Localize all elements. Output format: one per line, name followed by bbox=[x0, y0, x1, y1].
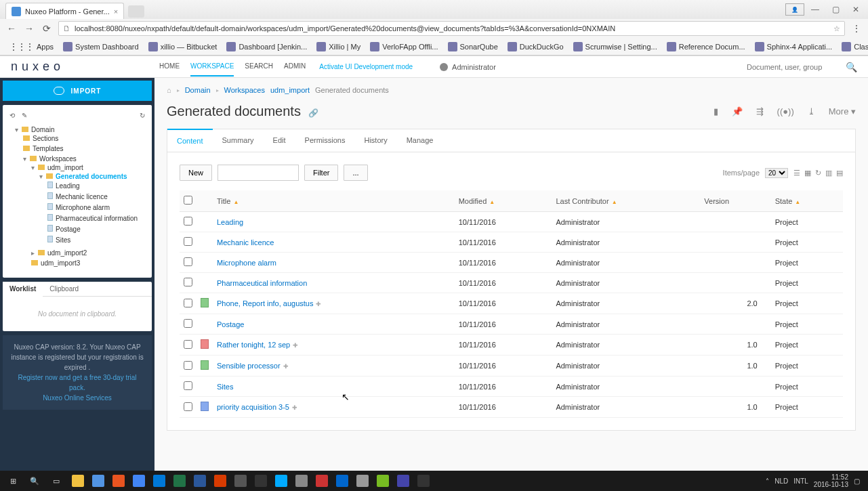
row-checkbox[interactable] bbox=[184, 217, 192, 226]
tab-summary[interactable]: Summary bbox=[213, 129, 264, 152]
row-checkbox[interactable] bbox=[184, 402, 192, 411]
task-view-icon[interactable]: ▭ bbox=[46, 471, 66, 490]
add-version-icon[interactable]: ✚ bbox=[292, 404, 297, 411]
doc-title-link[interactable]: Sensible processor bbox=[217, 362, 281, 370]
tray-time[interactable]: 11:52 bbox=[814, 473, 848, 481]
toggle-icon[interactable]: ▸ bbox=[31, 249, 38, 257]
menu-icon[interactable]: ⋮ bbox=[850, 22, 863, 35]
nav-admin[interactable]: ADMIN bbox=[284, 57, 306, 77]
items-per-page-select[interactable]: 20 bbox=[765, 168, 788, 178]
dev-mode-link[interactable]: Activate UI Development mode bbox=[319, 58, 413, 76]
doc-title-link[interactable]: Leading bbox=[217, 218, 243, 226]
tab-history[interactable]: History bbox=[354, 129, 396, 152]
share-icon[interactable]: ⇶ bbox=[756, 106, 764, 116]
nav-workspace[interactable]: WORKSPACE bbox=[190, 57, 234, 77]
bookmark-item[interactable]: System Dashboard bbox=[59, 41, 143, 53]
toggle-icon[interactable]: ▾ bbox=[15, 126, 22, 133]
tree-sections[interactable]: Sections bbox=[33, 135, 58, 142]
doc-title-link[interactable]: Mechanic licence bbox=[217, 238, 274, 247]
toggle-icon[interactable]: ▾ bbox=[23, 155, 30, 163]
breadcrumb-domain[interactable]: Domain bbox=[185, 86, 211, 94]
add-version-icon[interactable]: ✚ bbox=[283, 363, 289, 370]
row-checkbox[interactable] bbox=[184, 361, 192, 370]
toggle-icon[interactable]: ▾ bbox=[31, 164, 38, 171]
new-button[interactable]: New bbox=[180, 165, 212, 181]
browser-tab[interactable]: Nuxeo Platform - Gener... × bbox=[5, 3, 124, 19]
export-icon[interactable]: ⤓ bbox=[808, 106, 815, 116]
list-view-icon[interactable]: ☰ bbox=[793, 169, 800, 177]
taskbar-app-icon[interactable] bbox=[413, 471, 434, 490]
taskbar-app-icon[interactable] bbox=[210, 471, 230, 490]
close-tab-icon[interactable]: × bbox=[114, 7, 118, 16]
more-actions-button[interactable]: ... bbox=[344, 165, 367, 181]
bookmark-item[interactable]: Dashboard [Jenkin... bbox=[222, 41, 311, 53]
taskbar-app-icon[interactable] bbox=[129, 471, 149, 490]
tree-workspaces[interactable]: Workspaces bbox=[39, 155, 77, 163]
nav-home[interactable]: HOME bbox=[159, 57, 180, 77]
doc-title-link[interactable]: Postage bbox=[217, 320, 244, 328]
nav-search[interactable]: SEARCH bbox=[245, 57, 273, 77]
new-tab-button[interactable] bbox=[128, 5, 144, 18]
taskbar-app-icon[interactable] bbox=[190, 471, 210, 490]
row-checkbox[interactable] bbox=[184, 340, 192, 349]
taskbar-app-icon[interactable] bbox=[251, 471, 271, 490]
lock-icon[interactable]: ▮ bbox=[714, 106, 718, 116]
taskbar-app-icon[interactable] bbox=[393, 471, 413, 490]
doc-title-link[interactable]: Sites bbox=[217, 383, 233, 391]
bookmark-item[interactable]: DuckDuckGo bbox=[503, 41, 568, 53]
permalink-icon[interactable]: 🔗 bbox=[308, 108, 318, 118]
taskbar-app-icon[interactable] bbox=[312, 471, 332, 490]
tree-udm-import[interactable]: udm_import bbox=[47, 164, 83, 171]
forward-button[interactable]: → bbox=[23, 22, 35, 35]
start-button[interactable]: ⊞ bbox=[3, 471, 23, 490]
col-version[interactable]: Version bbox=[700, 190, 770, 212]
tree-udm-import2[interactable]: udm_import2 bbox=[47, 249, 87, 257]
registration-link-2[interactable]: Nuxeo Online Services bbox=[9, 393, 145, 403]
row-checkbox[interactable] bbox=[184, 299, 192, 307]
search-taskbar-icon[interactable]: 🔍 bbox=[24, 471, 45, 490]
tree-tool-1-icon[interactable]: ⟲ bbox=[9, 112, 15, 119]
taskbar-app-icon[interactable] bbox=[169, 471, 190, 490]
taskbar-app-icon[interactable] bbox=[271, 471, 291, 490]
taskbar-app-icon[interactable] bbox=[68, 471, 88, 490]
bookmark-star-icon[interactable]: ☆ bbox=[833, 24, 840, 33]
tree-udm-import3[interactable]: udm_import3 bbox=[41, 259, 80, 267]
tab-permissions[interactable]: Permissions bbox=[295, 129, 355, 152]
bookmark-item[interactable]: xillio — Bitbucket bbox=[144, 41, 222, 53]
maximize-button[interactable]: ▢ bbox=[826, 3, 845, 16]
row-checkbox[interactable] bbox=[184, 278, 192, 286]
taskbar-app-icon[interactable] bbox=[230, 471, 251, 490]
tree-templates[interactable]: Templates bbox=[33, 145, 64, 152]
taskbar-app-icon[interactable] bbox=[88, 471, 108, 490]
tree-child[interactable]: Sites bbox=[56, 236, 70, 244]
col-modified[interactable]: Modified▲ bbox=[455, 190, 552, 212]
tree-child[interactable]: Leading bbox=[56, 182, 80, 190]
row-checkbox[interactable] bbox=[184, 319, 192, 328]
tray-lang[interactable]: NLD bbox=[774, 477, 788, 485]
taskbar-app-icon[interactable] bbox=[149, 471, 169, 490]
row-checkbox[interactable] bbox=[184, 257, 192, 266]
row-checkbox[interactable] bbox=[184, 237, 192, 246]
bookmark-item[interactable]: Classic Programmer bbox=[838, 41, 868, 53]
breadcrumb-workspaces[interactable]: Workspaces bbox=[224, 86, 265, 94]
close-window-button[interactable]: ✕ bbox=[846, 3, 865, 16]
clipboard-tab[interactable]: Clipboard bbox=[43, 282, 85, 296]
subscribe-icon[interactable]: ((●)) bbox=[777, 106, 794, 116]
taskbar-app-icon[interactable] bbox=[291, 471, 312, 490]
user-menu[interactable]: Administrator bbox=[440, 63, 496, 71]
back-button[interactable]: ← bbox=[5, 22, 18, 35]
doc-title-link[interactable]: Microphone alarm bbox=[217, 259, 276, 267]
breadcrumb-home-icon[interactable]: ⌂ bbox=[167, 86, 171, 94]
filter-button[interactable]: Filter bbox=[304, 165, 338, 181]
tree-tool-2-icon[interactable]: ✎ bbox=[22, 112, 27, 119]
tree-child[interactable]: Mechanic licence bbox=[56, 193, 108, 200]
user-switch-icon[interactable]: 👤 bbox=[785, 3, 804, 16]
tree-child[interactable]: Pharmaceutical information bbox=[56, 215, 138, 222]
tab-edit[interactable]: Edit bbox=[264, 129, 295, 152]
doc-title-link[interactable]: Pharmaceutical information bbox=[217, 279, 307, 287]
tree-generated-documents[interactable]: Generated documents bbox=[56, 173, 127, 180]
add-version-icon[interactable]: ✚ bbox=[316, 301, 321, 307]
tree-refresh-icon[interactable]: ↻ bbox=[140, 112, 145, 119]
tab-content[interactable]: Content bbox=[167, 129, 213, 152]
bookmark-item[interactable]: Scrumwise | Setting... bbox=[569, 41, 661, 53]
